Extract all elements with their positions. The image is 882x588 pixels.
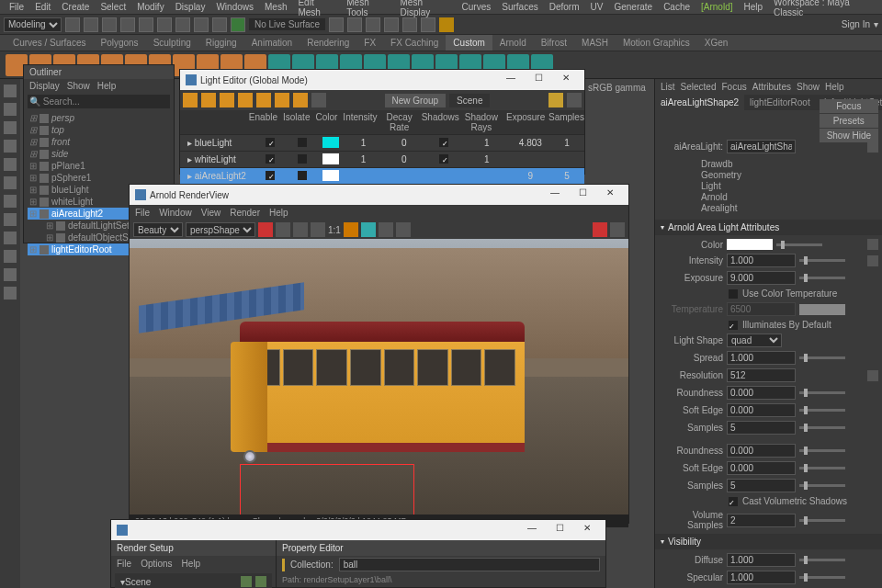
outliner-item[interactable]: ⊞persp bbox=[28, 112, 170, 124]
tool-icon[interactable] bbox=[4, 250, 17, 263]
column-header[interactable]: Isolate bbox=[280, 110, 312, 134]
crop-button[interactable] bbox=[361, 222, 376, 237]
tool-icon[interactable] bbox=[4, 176, 17, 189]
area-light-section[interactable]: Arnold Area Light Attributes bbox=[655, 220, 882, 235]
abort-icon[interactable] bbox=[593, 222, 607, 237]
shelf-tab[interactable]: Polygons bbox=[93, 35, 145, 51]
vol-shadows-checkbox[interactable] bbox=[729, 497, 738, 506]
sign-in-link[interactable]: Sign In bbox=[842, 19, 870, 29]
exposure-input[interactable] bbox=[727, 271, 796, 285]
account-icon[interactable] bbox=[439, 17, 454, 32]
shelf-tab[interactable]: Rigging bbox=[198, 35, 244, 51]
shelf-tab[interactable]: Bifrost bbox=[534, 35, 574, 51]
menu-windows[interactable]: Windows bbox=[210, 2, 259, 12]
tool-icon[interactable] bbox=[4, 195, 17, 208]
shelf-tab[interactable]: FX bbox=[356, 35, 383, 51]
visibility-section[interactable]: Visibility bbox=[655, 534, 882, 549]
intensity-slider[interactable] bbox=[799, 259, 845, 262]
refresh-button[interactable] bbox=[276, 222, 290, 237]
move-tool-icon[interactable] bbox=[4, 121, 17, 134]
column-header[interactable]: Samples bbox=[546, 110, 584, 134]
maximize-button[interactable]: ☐ bbox=[570, 187, 595, 202]
attr-menu-item[interactable]: Selected bbox=[681, 82, 717, 92]
shelf-tab[interactable]: MASH bbox=[574, 35, 616, 51]
column-header[interactable]: Decay Rate bbox=[380, 110, 419, 134]
attr-button[interactable]: Focus bbox=[820, 99, 878, 113]
menu-mesh[interactable]: Mesh bbox=[259, 2, 292, 12]
outliner-menu-item[interactable]: Display bbox=[29, 81, 60, 91]
menu-modify[interactable]: Modify bbox=[131, 2, 169, 12]
stop-button[interactable] bbox=[258, 222, 273, 237]
mode-dropdown[interactable]: Modeling bbox=[4, 17, 62, 32]
map-icon[interactable] bbox=[867, 255, 878, 266]
light-row[interactable]: ▸ whiteLight101 bbox=[180, 151, 584, 167]
magnet-icon[interactable] bbox=[231, 17, 245, 32]
shelf-tab[interactable]: XGen bbox=[697, 35, 736, 51]
outliner-item[interactable]: ⊞side bbox=[28, 148, 170, 160]
softedge-slider[interactable] bbox=[799, 409, 845, 412]
diffuse-input[interactable] bbox=[727, 553, 796, 567]
dropdown-icon[interactable]: ▾ bbox=[874, 19, 878, 29]
use-temp-checkbox[interactable] bbox=[729, 289, 738, 299]
snapshot-button[interactable] bbox=[379, 222, 393, 237]
shelf-tab[interactable]: Curves / Surfaces bbox=[6, 35, 93, 51]
spread-slider[interactable] bbox=[799, 356, 845, 359]
color-swatch[interactable] bbox=[727, 239, 773, 250]
tool-icon[interactable] bbox=[4, 268, 17, 281]
menu-file[interactable]: File bbox=[4, 2, 29, 12]
tool-icon[interactable] bbox=[84, 17, 98, 32]
rotate-tool-icon[interactable] bbox=[4, 140, 17, 153]
close-button[interactable]: ✕ bbox=[553, 73, 579, 87]
column-header[interactable]: Shadow Rays bbox=[459, 110, 503, 134]
menu-cache[interactable]: Cache bbox=[658, 2, 695, 12]
attr-menu-item[interactable]: Help bbox=[825, 82, 844, 92]
tool-icon[interactable] bbox=[402, 17, 417, 32]
light-type-icon[interactable] bbox=[238, 93, 253, 107]
pause-button[interactable] bbox=[311, 222, 325, 237]
tool-icon[interactable] bbox=[65, 17, 80, 32]
aov-dropdown[interactable]: Beauty bbox=[133, 222, 183, 237]
samples2-input[interactable] bbox=[727, 479, 796, 492]
tool-icon[interactable] bbox=[212, 17, 227, 32]
io-icon[interactable] bbox=[867, 141, 878, 153]
light-type-icon[interactable] bbox=[293, 93, 308, 107]
shelf-tab[interactable]: Motion Graphics bbox=[616, 35, 697, 51]
outliner-menu-item[interactable]: Help bbox=[97, 81, 117, 91]
attr-menu-item[interactable]: Show bbox=[797, 82, 820, 92]
maximize-button[interactable]: ☐ bbox=[547, 523, 572, 537]
render-image[interactable] bbox=[130, 239, 628, 514]
softedge2-input[interactable] bbox=[727, 461, 796, 475]
samples-input[interactable] bbox=[727, 421, 796, 435]
renderview-titlebar[interactable]: Arnold RenderView — ☐ ✕ bbox=[130, 185, 628, 205]
tool-icon[interactable] bbox=[102, 17, 117, 32]
scene-row[interactable]: ▾ Scene bbox=[115, 573, 272, 588]
minimize-button[interactable]: — bbox=[542, 187, 568, 202]
map-icon[interactable] bbox=[867, 239, 878, 250]
close-button[interactable]: ✕ bbox=[574, 523, 600, 537]
column-header[interactable]: Color bbox=[312, 110, 340, 134]
tool-icon[interactable] bbox=[366, 17, 380, 32]
tool-icon[interactable] bbox=[4, 213, 17, 226]
light-type-icon[interactable] bbox=[183, 93, 198, 107]
resolution-input[interactable] bbox=[727, 368, 796, 382]
column-header[interactable]: Enable bbox=[246, 110, 280, 134]
menu-select[interactable]: Select bbox=[95, 2, 131, 12]
collection-input[interactable] bbox=[339, 558, 600, 571]
column-header[interactable]: Exposure bbox=[503, 110, 546, 134]
renderview-menu-item[interactable]: File bbox=[135, 208, 150, 218]
roundness2-input[interactable] bbox=[727, 444, 796, 458]
attr-button[interactable]: Presets bbox=[820, 114, 878, 128]
light-shape-dropdown[interactable]: quad bbox=[727, 334, 782, 347]
tool-icon[interactable] bbox=[157, 17, 172, 32]
menu-mesh tools[interactable]: Mesh Tools bbox=[341, 0, 394, 17]
play-button[interactable] bbox=[293, 222, 308, 237]
renderview-menu-item[interactable]: View bbox=[201, 208, 221, 218]
illuminates-checkbox[interactable] bbox=[729, 321, 738, 330]
menu-uv[interactable]: UV bbox=[585, 2, 609, 12]
reload-icon[interactable] bbox=[255, 576, 266, 587]
settings-icon[interactable] bbox=[610, 222, 625, 237]
tool-icon[interactable] bbox=[120, 17, 135, 32]
attr-tab[interactable]: aiAreaLightShape2 bbox=[655, 95, 744, 110]
save-button[interactable] bbox=[396, 222, 411, 237]
shelf-tab[interactable]: Animation bbox=[244, 35, 300, 51]
